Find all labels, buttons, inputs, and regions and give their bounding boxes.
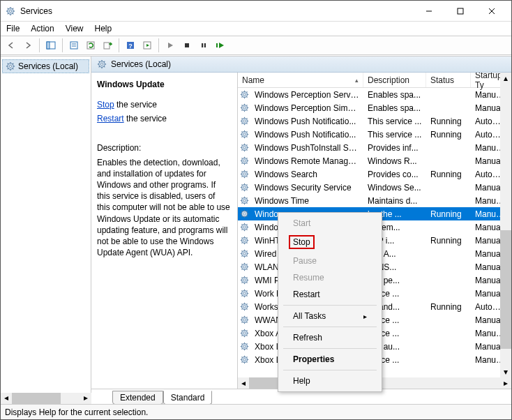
gear-icon — [238, 355, 250, 364]
table-row[interactable]: Windows Remote Manage...Windows R...Manu… — [238, 154, 511, 167]
menu-bar: File Action View Help — [1, 22, 511, 36]
ctx-help[interactable]: Help — [280, 373, 379, 389]
restart-link[interactable]: Restart — [97, 114, 124, 123]
window-title: Services — [20, 6, 52, 16]
status-text: Displays Help for the current selection. — [5, 407, 148, 417]
cell-desc: Provides co... — [363, 170, 426, 179]
gear-icon — [238, 90, 250, 99]
svg-rect-16 — [70, 42, 77, 49]
gear-icon — [238, 329, 250, 338]
gear-icon — [238, 302, 250, 311]
title-bar: Services — [1, 1, 511, 22]
vertical-scrollbar[interactable]: ▴ ▾ — [500, 73, 511, 377]
table-row[interactable]: Windows Perception ServiceEnables spa...… — [238, 88, 511, 101]
ctx-pause[interactable]: Pause — [280, 253, 379, 269]
gear-icon — [238, 223, 250, 232]
table-row[interactable]: Windows Push Notificatio...This service … — [238, 114, 511, 128]
ctx-resume[interactable]: Resume — [280, 269, 379, 286]
svg-rect-25 — [202, 43, 203, 47]
menu-help[interactable]: Help — [95, 24, 112, 33]
pane-title: Services (Local) — [111, 59, 171, 69]
tab-standard[interactable]: Standard — [163, 391, 213, 404]
column-status[interactable]: Status — [426, 73, 471, 87]
pause-service-button[interactable] — [196, 38, 211, 53]
gear-icon — [238, 209, 250, 218]
gear-icon — [238, 342, 250, 351]
help-button[interactable]: ? — [123, 38, 138, 53]
ctx-all-tasks[interactable]: All Tasks▸ — [280, 308, 379, 324]
pane-header: Services (Local) — [91, 57, 511, 73]
gear-icon — [238, 289, 250, 298]
ctx-separator — [283, 327, 377, 327]
menu-view[interactable]: View — [66, 24, 84, 33]
gear-icon — [238, 196, 250, 205]
description-text: Enables the detection, download, and ins… — [97, 157, 230, 259]
menu-action[interactable]: Action — [31, 24, 54, 33]
forward-button[interactable] — [20, 38, 36, 53]
table-row[interactable]: Windows Perception Simul...Enables spa..… — [238, 101, 511, 114]
cell-status: Running — [426, 302, 471, 312]
scroll-up-icon[interactable]: ▴ — [500, 73, 511, 84]
export-button[interactable] — [100, 38, 115, 53]
column-description[interactable]: Description — [363, 73, 426, 87]
action-button[interactable] — [140, 38, 155, 53]
table-row[interactable]: Windows TimeMaintains d...Manual (T — [238, 194, 511, 207]
back-button[interactable] — [3, 38, 19, 53]
scroll-thumb[interactable] — [500, 230, 511, 349]
scroll-right-icon[interactable]: ▸ — [500, 377, 511, 389]
gear-icon — [238, 236, 250, 245]
cell-name: Windows Security Service — [250, 183, 363, 193]
cell-name: Windows Push Notificatio... — [250, 130, 363, 140]
description-label: Description: — [97, 142, 230, 153]
cell-desc: Enables spa... — [363, 90, 426, 100]
scroll-left-icon[interactable]: ◂ — [238, 377, 249, 389]
menu-file[interactable]: File — [6, 24, 20, 33]
table-row[interactable]: Windows Push Notificatio...This service … — [238, 128, 511, 141]
table-row[interactable]: Windows SearchProvides co...RunningAutom… — [238, 167, 511, 181]
cell-status: Running — [426, 236, 471, 246]
ctx-restart[interactable]: Restart — [280, 286, 379, 303]
minimize-button[interactable] — [413, 1, 444, 21]
refresh-button[interactable] — [83, 38, 98, 53]
tree-root-item[interactable]: Services (Local) — [2, 59, 89, 73]
cell-name: Windows Time — [250, 196, 363, 206]
cell-name: Windows Push Notificatio... — [250, 117, 363, 126]
cell-status: Running — [426, 209, 471, 219]
ctx-separator — [283, 348, 377, 349]
cell-desc: Provides inf... — [363, 143, 426, 153]
stop-service-button[interactable] — [179, 38, 195, 53]
gear-icon — [6, 61, 15, 71]
stop-link[interactable]: Stop — [97, 100, 114, 110]
start-service-button[interactable] — [163, 38, 178, 53]
scroll-down-icon[interactable]: ▾ — [500, 366, 511, 377]
table-row[interactable]: Windows Security ServiceWindows Se...Man… — [238, 181, 511, 194]
ctx-start[interactable]: Start — [280, 215, 379, 232]
gear-icon — [238, 315, 250, 324]
ctx-refresh[interactable]: Refresh — [280, 329, 379, 346]
restart-service-button[interactable] — [213, 38, 228, 53]
ctx-stop[interactable]: Stop — [280, 232, 379, 253]
chevron-right-icon: ▸ — [363, 313, 367, 320]
svg-text:?: ? — [128, 43, 133, 50]
maximize-button[interactable] — [444, 1, 476, 21]
close-button[interactable] — [476, 1, 507, 21]
cell-name: Windows Search — [250, 170, 363, 179]
detail-heading: Windows Update — [97, 80, 230, 89]
cell-name: Windows Remote Manage... — [250, 156, 363, 166]
table-row[interactable]: Windows PushToInstall Serv...Provides in… — [238, 141, 511, 154]
ctx-separator — [283, 370, 377, 370]
tab-extended[interactable]: Extended — [112, 391, 163, 404]
context-menu: Start Stop Pause Resume Restart All Task… — [278, 212, 382, 392]
svg-rect-15 — [47, 42, 50, 49]
ctx-properties[interactable]: Properties — [280, 351, 379, 368]
svg-rect-20 — [104, 43, 110, 49]
tree-horizontal-scrollbar[interactable]: ◂ ▸ — [1, 393, 91, 404]
gear-icon — [238, 143, 250, 152]
app-icon — [5, 6, 16, 17]
gear-icon — [238, 183, 250, 192]
show-tree-button[interactable] — [43, 38, 59, 53]
properties-button[interactable] — [66, 38, 82, 53]
tree-root-label: Services (Local) — [18, 61, 78, 71]
column-name[interactable]: Name ▴ — [238, 73, 363, 87]
cell-name: Windows PushToInstall Serv... — [250, 143, 363, 153]
